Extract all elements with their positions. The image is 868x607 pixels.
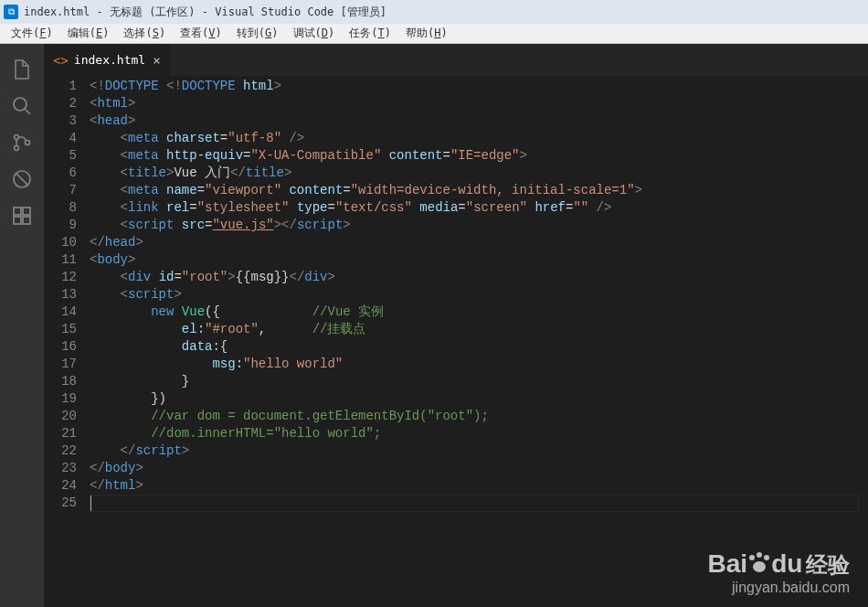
- svg-point-4: [26, 141, 30, 145]
- tab-index-html[interactable]: <> index.html ×: [44, 44, 171, 76]
- tab-filename: index.html: [74, 53, 145, 67]
- search-icon[interactable]: [0, 88, 44, 124]
- source-control-icon[interactable]: [0, 124, 44, 161]
- activity-bar: [0, 44, 44, 607]
- svg-point-2: [15, 135, 19, 140]
- menu-edit[interactable]: 编辑(E): [60, 24, 117, 43]
- code-content[interactable]: <!DOCTYPE <!DOCTYPE html><html><head> <m…: [90, 76, 868, 607]
- window-title: index.html - 无标题 (工作区) - Visual Studio C…: [24, 5, 386, 20]
- menu-tasks[interactable]: 任务(T): [342, 24, 398, 43]
- svg-rect-10: [23, 208, 30, 215]
- svg-point-3: [15, 146, 19, 151]
- svg-point-0: [14, 98, 26, 111]
- menubar: 文件(F) 编辑(E) 选择(S) 查看(V) 转到(G) 调试(D) 任务(T…: [0, 24, 868, 44]
- close-icon[interactable]: ×: [153, 53, 160, 68]
- titlebar: ⧉ index.html - 无标题 (工作区) - Visual Studio…: [0, 0, 868, 24]
- editor-area: <> index.html × 123456789101112131415161…: [44, 44, 868, 607]
- tab-bar: <> index.html ×: [44, 44, 868, 76]
- workspace: <> index.html × 123456789101112131415161…: [0, 44, 868, 607]
- menu-view[interactable]: 查看(V): [173, 24, 229, 43]
- svg-rect-7: [14, 208, 21, 215]
- menu-debug[interactable]: 调试(D): [286, 24, 343, 43]
- extensions-icon[interactable]: [0, 197, 44, 234]
- vscode-icon: ⧉: [4, 5, 18, 19]
- svg-rect-8: [14, 217, 21, 224]
- code-editor[interactable]: 1234567891011121314151617181920212223242…: [44, 76, 868, 607]
- menu-select[interactable]: 选择(S): [116, 24, 173, 43]
- svg-line-6: [16, 173, 28, 186]
- line-numbers: 1234567891011121314151617181920212223242…: [44, 76, 90, 607]
- menu-go[interactable]: 转到(G): [229, 24, 286, 43]
- svg-rect-9: [23, 217, 30, 224]
- menu-help[interactable]: 帮助(H): [398, 24, 455, 43]
- debug-icon[interactable]: [0, 161, 44, 197]
- explorer-icon[interactable]: [0, 51, 44, 88]
- svg-line-1: [25, 109, 30, 114]
- menu-file[interactable]: 文件(F): [4, 24, 60, 43]
- html-file-icon: <>: [53, 53, 69, 68]
